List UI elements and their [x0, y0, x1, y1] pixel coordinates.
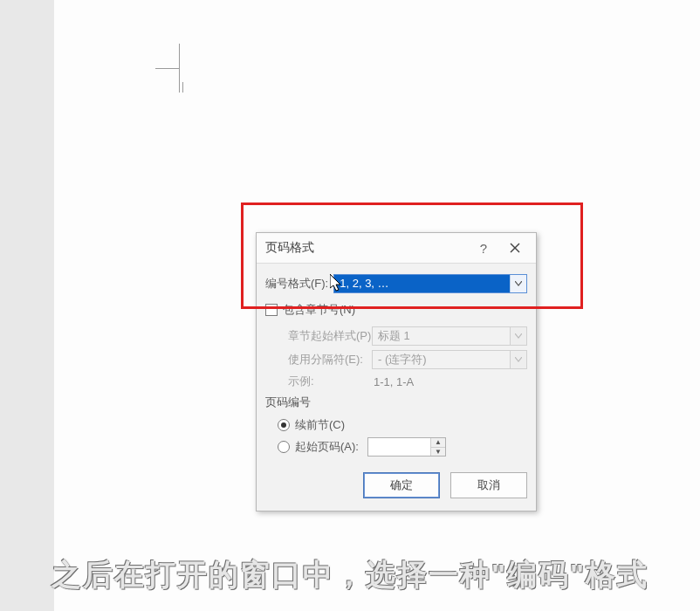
- spin-up-icon: ▲: [431, 438, 445, 448]
- chapter-style-dropdown: 标题 1: [372, 326, 527, 346]
- help-button[interactable]: ?: [468, 237, 499, 259]
- number-format-label: 编号格式(F):: [265, 276, 328, 292]
- number-format-dropdown[interactable]: 1, 2, 3, …: [333, 274, 527, 293]
- document-background: 页码格式 ? 编号格式(F): 1, 2, 3, …: [0, 0, 700, 611]
- cancel-button[interactable]: 取消: [450, 472, 527, 498]
- page-numbering-heading: 页码编号: [265, 395, 527, 410]
- example-label: 示例:: [288, 374, 372, 389]
- separator-value: - (连字符): [373, 351, 510, 368]
- separator-dropdown: - (连字符): [372, 350, 527, 369]
- close-icon: [510, 243, 520, 253]
- dialog-title-bar: 页码格式 ?: [257, 233, 536, 264]
- spin-buttons[interactable]: ▲ ▼: [430, 438, 445, 456]
- page-number-format-dialog: 页码格式 ? 编号格式(F): 1, 2, 3, …: [256, 232, 537, 511]
- example-value: 1-1, 1-A: [372, 375, 527, 388]
- include-chapter-checkbox[interactable]: [265, 304, 278, 316]
- page-corner-mark: [155, 44, 187, 93]
- continue-label: 续前节(C): [295, 417, 345, 433]
- chapter-style-value: 标题 1: [373, 327, 510, 345]
- caption-text: 之后在打开的窗口中，选择一种"编码"格式: [0, 555, 700, 595]
- start-at-radio[interactable]: [278, 441, 290, 453]
- number-format-value: 1, 2, 3, …: [334, 275, 510, 292]
- dialog-title: 页码格式: [265, 240, 468, 256]
- ok-button[interactable]: 确定: [363, 472, 440, 498]
- continue-radio[interactable]: [278, 419, 290, 431]
- close-button[interactable]: [499, 237, 531, 259]
- spin-down-icon: ▼: [431, 448, 445, 457]
- start-at-input[interactable]: ▲ ▼: [367, 437, 446, 457]
- dialog-body: 编号格式(F): 1, 2, 3, … 包含章节号(N) 章节起始样式(P) 标…: [257, 264, 536, 511]
- chapter-style-label: 章节起始样式(P): [288, 328, 372, 344]
- chevron-down-icon: [510, 327, 526, 345]
- left-gutter: [0, 0, 54, 611]
- cancel-label: 取消: [477, 477, 500, 493]
- ok-label: 确定: [390, 477, 413, 493]
- chevron-down-icon: [510, 351, 526, 368]
- start-at-label: 起始页码(A):: [295, 439, 359, 455]
- chevron-down-icon: [510, 275, 526, 292]
- include-chapter-label: 包含章节号(N): [283, 302, 355, 318]
- separator-label: 使用分隔符(E):: [288, 352, 372, 367]
